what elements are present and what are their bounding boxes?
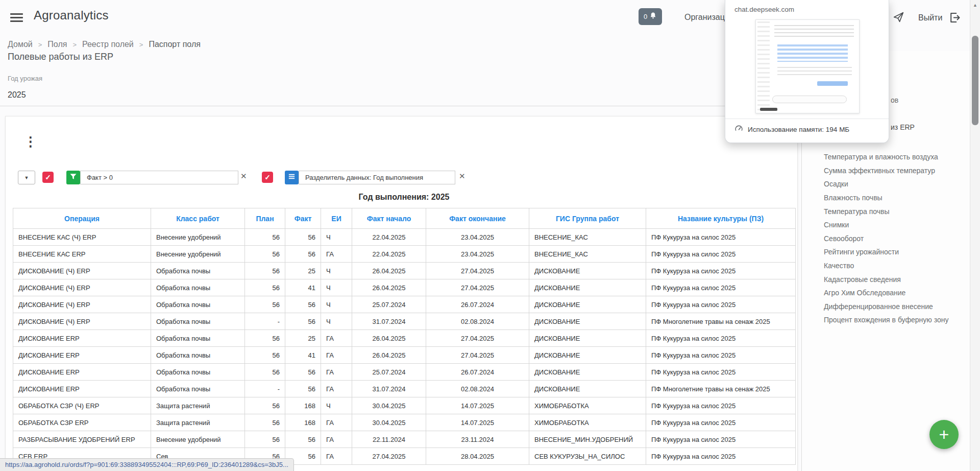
column-header[interactable]: ЕИ: [321, 208, 352, 229]
cell-fact: 41: [285, 279, 321, 296]
filter-chip[interactable]: [66, 171, 80, 184]
cell-culture-name: ПФ Кукуруза на силос 2025: [646, 330, 796, 347]
scrollbar-up-icon[interactable]: ▲: [970, 3, 980, 8]
cell-gis-group: ДИСКОВАНИЕ: [529, 263, 646, 279]
table-row: ОБРАБОТКА СЗР (Ч) ERP Защита растений 56…: [13, 397, 796, 414]
sidebar-item[interactable]: Влажность почвы: [824, 191, 948, 205]
scrollbar-thumb[interactable]: [972, 36, 978, 125]
caret-down-icon: ▼: [24, 175, 29, 180]
sidebar-item[interactable]: Рейтинги урожайности: [824, 245, 948, 259]
organization-label[interactable]: Организаци: [684, 13, 729, 22]
cell-unit: Ч: [321, 397, 352, 414]
table-row: ДИСКОВАНИЕ (Ч) ERP Обработка почвы 56 56…: [13, 296, 796, 313]
cell-fact-end: 26.07.2024: [426, 296, 529, 313]
filter-condition[interactable]: Факт > 0: [80, 171, 238, 184]
check-icon: ✓: [264, 173, 271, 181]
breadcrumb-item[interactable]: Реестр полей >: [82, 40, 149, 49]
column-header[interactable]: Класс работ: [151, 208, 245, 229]
breadcrumb-item[interactable]: Паспорт поля >: [149, 40, 201, 49]
logout-label[interactable]: Выйти: [918, 13, 942, 22]
cell-fact-start: 25.07.2024: [352, 296, 426, 313]
sidebar-item[interactable]: Качество: [824, 259, 948, 273]
actions-dropdown-button[interactable]: ▼: [18, 171, 35, 184]
app-title: Agroanalytics: [34, 8, 109, 22]
cell-fact-end: 14.07.2025: [426, 397, 529, 414]
break-chip[interactable]: [285, 171, 299, 184]
thumbnail-text-lines: [777, 67, 852, 77]
cell-work-class: Обработка почвы: [151, 313, 245, 330]
check-icon: ✓: [45, 173, 51, 181]
column-header[interactable]: Факт окончание: [426, 208, 529, 229]
column-header[interactable]: План: [245, 208, 285, 229]
cell-fact-end: 27.04.2025: [426, 330, 529, 347]
sidebar-item-active-partial[interactable]: из ERP: [891, 123, 915, 131]
cell-culture-name: ПФ Кукуруза на силос 2025: [646, 347, 796, 364]
column-header[interactable]: Факт: [285, 208, 321, 229]
send-icon[interactable]: [892, 11, 905, 23]
cell-work-class: Внесение удобрений: [151, 431, 245, 448]
cell-unit: Ч: [321, 229, 352, 246]
menu-icon[interactable]: [10, 13, 23, 22]
sidebar-item-partial[interactable]: ов: [891, 96, 898, 104]
cell-work-class: Обработка почвы: [151, 296, 245, 313]
break-enabled-checkbox[interactable]: ✓: [262, 172, 273, 183]
sidebar-item[interactable]: Снимки: [824, 218, 948, 232]
notifications-button[interactable]: 0: [639, 8, 662, 25]
cell-fact-start: 26.04.2025: [352, 279, 426, 296]
cell-plan: 56: [245, 246, 285, 263]
cell-plan: -: [245, 381, 285, 397]
sidebar-item[interactable]: Температура почвы: [824, 204, 948, 218]
sidebar-item[interactable]: Температура и влажность воздуха: [824, 150, 948, 164]
cell-fact-start: 26.04.2025: [352, 347, 426, 364]
cell-work-class: Внесение удобрений: [151, 246, 245, 263]
thumbnail-dark-bar: [760, 108, 777, 111]
cell-culture-name: ПФ Многолетние травы на сенаж 2025: [646, 313, 796, 330]
cell-plan: 56: [245, 347, 285, 364]
cell-unit: ГА: [321, 364, 352, 381]
tab-preview-card: chat.deepseek.com Использование памяти: …: [725, 0, 889, 143]
cell-fact-start: 26.04.2025: [352, 263, 426, 279]
cell-plan: 56: [245, 364, 285, 381]
column-header[interactable]: Факт начало: [352, 208, 426, 229]
cell-operation: ВНЕСЕНИЕ КАС ERP: [13, 246, 151, 263]
cell-gis-group: ДИСКОВАНИЕ: [529, 347, 646, 364]
sidebar-item[interactable]: Сумма эффективных температур: [824, 164, 948, 178]
logout-icon[interactable]: [948, 11, 962, 25]
column-header[interactable]: ГИС Группа работ: [529, 208, 646, 229]
column-header[interactable]: Название культуры (ПЗ): [646, 208, 796, 229]
breadcrumb-item[interactable]: Поля >: [47, 40, 82, 49]
table-row: ОБРАБОТКА СЗР ERP Защита растений 56 168…: [13, 414, 796, 431]
bell-icon: [649, 12, 657, 21]
rows-break-icon: [288, 173, 296, 182]
cell-unit: ГА: [321, 448, 352, 465]
break-condition[interactable]: Разделитель данных: Год выполнения: [299, 171, 455, 184]
filter-enabled-checkbox[interactable]: ✓: [42, 172, 54, 183]
sidebar-item[interactable]: Дифференцированное внесение: [824, 300, 948, 314]
cell-culture-name: ПФ Кукуруза на силос 2025: [646, 448, 796, 465]
add-button[interactable]: +: [929, 420, 959, 449]
remove-break-button[interactable]: ✕: [459, 172, 465, 180]
scrollbar-track[interactable]: ▲: [970, 0, 980, 471]
table-row: ДИСКОВАНИЕ (Ч) ERP Обработка почвы 56 25…: [13, 263, 796, 279]
harvest-year-value[interactable]: 2025: [8, 90, 26, 100]
cell-culture-name: ПФ Кукуруза на силос 2025: [646, 246, 796, 263]
cell-culture-name: ПФ Кукуруза на силос 2025: [646, 397, 796, 414]
remove-filter-button[interactable]: ✕: [240, 172, 247, 180]
column-header[interactable]: Операция: [13, 208, 151, 229]
cell-operation: РАЗБРАСЫВАНИЕ УДОБРЕНИЙ ERP: [13, 431, 151, 448]
sidebar-item[interactable]: Севооборот: [824, 232, 948, 246]
cell-gis-group: ВНЕСЕНИЕ_МИН.УДОБРЕНИЙ: [529, 431, 646, 448]
actions-menu-icon[interactable]: ⋮: [24, 135, 37, 148]
sidebar-item[interactable]: Кадастровые сведения: [824, 272, 948, 286]
cell-fact-start: 22.11.2024: [352, 431, 426, 448]
cell-fact: 56: [285, 246, 321, 263]
cell-work-class: Внесение удобрений: [151, 229, 245, 246]
sidebar-item[interactable]: Процент вхождения в буферную зону: [824, 313, 948, 327]
chevron-right-icon: >: [139, 41, 143, 49]
sidebar-item[interactable]: Осадки: [824, 177, 948, 191]
cell-fact: 56: [285, 364, 321, 381]
cell-fact: 56: [285, 313, 321, 330]
cell-fact-start: 31.07.2024: [352, 381, 426, 397]
breadcrumb-item[interactable]: Домой >: [8, 40, 47, 49]
sidebar-item[interactable]: Агро Хим Обследование: [824, 286, 948, 300]
